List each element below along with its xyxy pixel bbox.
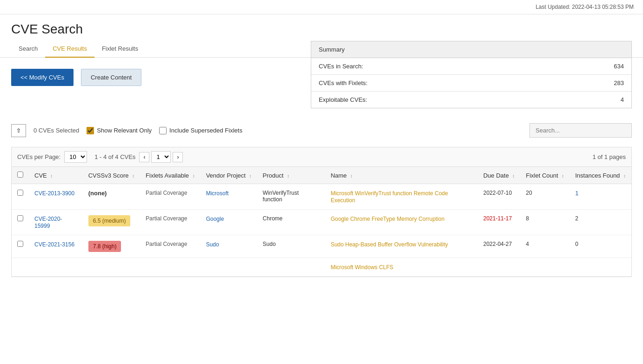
modify-cves-button[interactable]: << Modify CVEs xyxy=(11,69,74,86)
vendor-link[interactable]: Microsoft xyxy=(206,190,229,197)
sort-icon-product: ↕ xyxy=(287,173,289,179)
select-all-checkbox[interactable] xyxy=(17,172,23,178)
sort-icon-cvss: ↕ xyxy=(132,173,134,179)
row-cve: CVE-2013-3900 xyxy=(29,184,83,210)
cvss-badge: 7.8 (high) xyxy=(88,241,121,252)
include-superseded-text: Include Superseded Fixlets xyxy=(169,127,242,134)
table-row: CVE-2020-159996.5 (medium)Partial Covera… xyxy=(12,210,631,235)
row-checkbox-cell xyxy=(12,184,29,210)
row-checkbox-cell xyxy=(12,210,29,235)
show-relevant-only-checkbox[interactable] xyxy=(87,127,94,134)
show-relevant-only-label[interactable]: Show Relevant Only xyxy=(87,127,152,134)
page-range: 1 - 4 of 4 CVEs xyxy=(94,153,135,160)
col-header-cvss[interactable]: CVSSv3 Score ↕ xyxy=(83,167,140,184)
row-name: Sudo Heap-Based Buffer Overflow Vulnerab… xyxy=(325,235,478,258)
row-checkbox[interactable] xyxy=(17,190,23,196)
summary-row-cves-with-fixlets: CVEs with Fixlets: 283 xyxy=(311,75,631,92)
row-instances xyxy=(569,258,631,277)
row-product: WinVerifyTrust function xyxy=(257,184,325,210)
row-cvss xyxy=(83,258,140,277)
row-due-date: 2022-07-10 xyxy=(478,184,521,210)
summary-value-cves-with-fixlets: 283 xyxy=(614,79,624,86)
table-row: CVE-2021-31567.8 (high)Partial CoverageS… xyxy=(12,235,631,258)
next-page-button[interactable]: › xyxy=(173,152,183,162)
row-vendor: Microsoft xyxy=(201,184,257,210)
create-content-button[interactable]: Create Content xyxy=(81,69,141,86)
summary-value-exploitable-cves: 4 xyxy=(621,96,624,103)
row-cvss: 7.8 (high) xyxy=(83,235,140,258)
sort-icon-fixlet-count: ↕ xyxy=(562,173,564,179)
vendor-link[interactable]: Sudo xyxy=(206,241,219,248)
row-due-date: 2022-04-27 xyxy=(478,235,521,258)
cvss-badge: (none) xyxy=(88,190,107,197)
table-header-row: CVE ↕ CVSSv3 Score ↕ Fixlets Available ↕… xyxy=(12,167,631,184)
cve-link[interactable]: CVE-2021-3156 xyxy=(34,241,74,248)
tab-fixlet-results[interactable]: Fixlet Results xyxy=(94,40,146,58)
row-cve: CVE-2021-3156 xyxy=(29,235,83,258)
col-header-fixlets[interactable]: Fixlets Available ↕ xyxy=(140,167,201,184)
col-header-due-date[interactable]: Due Date ↕ xyxy=(478,167,521,184)
row-product: Sudo xyxy=(257,235,325,258)
name-link[interactable]: Sudo Heap-Based Buffer Overflow Vulnerab… xyxy=(331,241,448,248)
col-header-product[interactable]: Product ↕ xyxy=(257,167,325,184)
cve-link[interactable]: CVE-2013-3900 xyxy=(34,190,74,197)
export-button[interactable]: ⇧ xyxy=(11,124,26,137)
row-cvss: 6.5 (medium) xyxy=(83,210,140,235)
summary-value-cves-in-search: 634 xyxy=(614,63,624,70)
layout-top: << Modify CVEs Create Content Summary CV… xyxy=(11,69,632,108)
sort-icon-cve: ↕ xyxy=(50,173,53,179)
page-title: CVE Search xyxy=(0,14,643,40)
cvss-badge: 6.5 (medium) xyxy=(88,215,131,226)
search-input[interactable] xyxy=(529,123,632,138)
row-vendor xyxy=(201,258,257,277)
row-checkbox[interactable] xyxy=(17,241,23,247)
row-fixlets: Partial Coverage xyxy=(140,210,201,235)
top-bar: Last Updated: 2022-04-13 05:28:53 PM xyxy=(0,0,643,14)
row-cve xyxy=(29,258,83,277)
row-name: Microsoft WinVerifyTrust function Remote… xyxy=(325,184,478,210)
row-product xyxy=(257,258,325,277)
table-row: CVE-2013-3900(none)Partial CoverageMicro… xyxy=(12,184,631,210)
row-checkbox[interactable] xyxy=(17,215,23,221)
row-fixlets: Partial Coverage xyxy=(140,184,201,210)
instances-link[interactable]: 1 xyxy=(575,190,578,197)
tab-search[interactable]: Search xyxy=(11,40,45,58)
row-fixlets xyxy=(140,258,201,277)
table-container: CVE ↕ CVSSv3 Score ↕ Fixlets Available ↕… xyxy=(11,166,632,277)
summary-label-cves-in-search: CVEs in Search: xyxy=(319,63,363,70)
row-checkbox-cell xyxy=(12,258,29,277)
summary-panel: Summary CVEs in Search: 634 CVEs with Fi… xyxy=(311,41,632,108)
vendor-link[interactable]: Google xyxy=(206,216,224,222)
row-instances: 1 xyxy=(569,184,631,210)
page-nav: ‹ 1 › xyxy=(139,151,183,163)
row-due-date: 2021-11-17 xyxy=(478,210,521,235)
tab-cve-results[interactable]: CVE Results xyxy=(45,40,94,58)
include-superseded-label[interactable]: Include Superseded Fixlets xyxy=(159,127,242,134)
name-link[interactable]: Google Chrome FreeType Memory Corruption xyxy=(331,216,445,222)
row-fixlets: Partial Coverage xyxy=(140,235,201,258)
controls-bar: ⇧ 0 CVEs Selected Show Relevant Only Inc… xyxy=(11,119,632,141)
col-header-instances[interactable]: Instances Found ↕ xyxy=(569,167,631,184)
include-superseded-checkbox[interactable] xyxy=(159,127,167,134)
row-instances: 0 xyxy=(569,235,631,258)
col-header-fixlet-count[interactable]: Fixlet Count ↕ xyxy=(520,167,569,184)
col-header-cve[interactable]: CVE ↕ xyxy=(29,167,83,184)
summary-row-cves-in-search: CVEs in Search: 634 xyxy=(311,58,631,75)
row-instances: 2 xyxy=(569,210,631,235)
page-info: 1 of 1 pages xyxy=(592,153,626,160)
col-header-vendor[interactable]: Vendor Project ↕ xyxy=(201,167,257,184)
cve-link[interactable]: CVE-2020-15999 xyxy=(34,216,62,229)
name-link[interactable]: Microsoft Windows CLFS xyxy=(331,264,394,271)
row-fixlet-count: 8 xyxy=(520,210,569,235)
cve-table: CVE ↕ CVSSv3 Score ↕ Fixlets Available ↕… xyxy=(12,167,631,277)
col-header-name[interactable]: Name ↕ xyxy=(325,167,478,184)
prev-page-button[interactable]: ‹ xyxy=(139,152,149,162)
table-row: Microsoft Windows CLFS xyxy=(12,258,631,277)
page-select[interactable]: 1 xyxy=(151,151,171,163)
row-cve: CVE-2020-15999 xyxy=(29,210,83,235)
per-page-select[interactable]: 10 25 50 xyxy=(64,151,87,163)
export-icon: ⇧ xyxy=(16,127,21,134)
name-link[interactable]: Microsoft WinVerifyTrust function Remote… xyxy=(331,190,448,204)
row-cvss: (none) xyxy=(83,184,140,210)
summary-col: Summary CVEs in Search: 634 CVEs with Fi… xyxy=(153,69,632,108)
